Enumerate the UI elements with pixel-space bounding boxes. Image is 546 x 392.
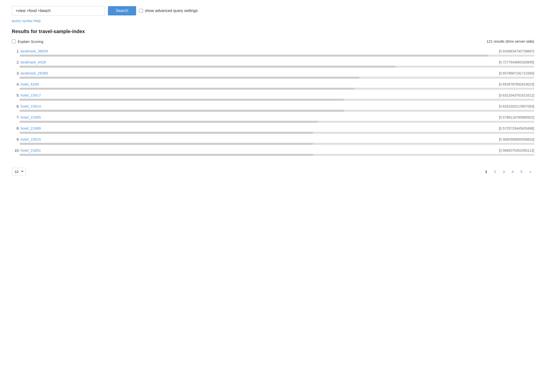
- per-page-select-container: 102550: [12, 168, 26, 175]
- page-button-4[interactable]: 4: [509, 168, 517, 175]
- result-number: 8.: [12, 126, 20, 130]
- result-left: 2. landmark_4428: [12, 60, 46, 64]
- result-bar: [20, 110, 344, 112]
- result-link[interactable]: hotel_21851: [21, 148, 41, 152]
- result-link[interactable]: hotel_21889: [21, 126, 41, 130]
- query-syntax-link[interactable]: query syntax help: [12, 19, 41, 23]
- result-score: [0.6536787892616023]: [499, 82, 534, 86]
- result-score: [0.5686375452050113]: [499, 148, 534, 152]
- result-score: [0.6261020113957063]: [499, 104, 534, 108]
- result-bar: [20, 88, 354, 90]
- result-number: 1.: [12, 49, 20, 53]
- result-row: 7. hotel_21855 [0.5786118785685502]: [12, 114, 534, 121]
- result-item: 7. hotel_21855 [0.5786118785685502]: [12, 114, 534, 123]
- results-server-side: (6ms server-side): [506, 39, 534, 43]
- result-left: 6. hotel_15914: [12, 104, 41, 108]
- result-score: [0.5786118785685502]: [499, 115, 534, 119]
- result-link[interactable]: hotel_6169: [21, 82, 39, 86]
- result-bar-container: [20, 121, 534, 123]
- result-link[interactable]: hotel_15914: [21, 104, 41, 108]
- result-bar: [20, 55, 488, 57]
- result-bar: [20, 143, 313, 145]
- result-score: [0.7277944860320695]: [499, 60, 534, 64]
- results-title: Results for travel-sample-index: [12, 29, 534, 34]
- result-bar-container: [20, 132, 534, 134]
- result-left: 8. hotel_21889: [12, 126, 41, 130]
- result-left: 7. hotel_21855: [12, 115, 41, 119]
- result-row: 2. landmark_4428 [0.7277944860320695]: [12, 59, 534, 66]
- result-link[interactable]: landmark_4428: [21, 60, 46, 64]
- result-left: 1. landmark_38035: [12, 49, 48, 53]
- result-link[interactable]: hotel_21855: [21, 115, 41, 119]
- advanced-settings-checkbox[interactable]: [139, 9, 143, 13]
- result-bar-container: [20, 99, 534, 101]
- explain-scoring-checkbox[interactable]: [12, 39, 16, 43]
- page-button-1: 1: [482, 168, 490, 175]
- result-left: 10. hotel_21851: [12, 148, 41, 152]
- result-score: [0.5725733445835496]: [499, 126, 534, 130]
- result-row: 4. hotel_6169 [0.6536787892616023]: [12, 81, 534, 88]
- result-link[interactable]: hotel_15915: [21, 137, 41, 141]
- result-link[interactable]: hotel_15917: [21, 93, 41, 97]
- result-left: 3. landmark_26385: [12, 71, 48, 75]
- explain-scoring-label: Explain Scoring: [12, 39, 43, 44]
- result-score: [0.9106834740738667]: [499, 49, 534, 53]
- result-number: 3.: [12, 71, 20, 75]
- result-bar-container: [20, 66, 534, 68]
- result-link[interactable]: landmark_38035: [21, 49, 48, 53]
- result-number: 6.: [12, 104, 20, 108]
- result-bar: [20, 132, 313, 134]
- explain-scoring-text: Explain Scoring: [18, 39, 43, 44]
- result-row: 9. hotel_15915 [0.5690308565059824]: [12, 136, 534, 143]
- pagination: 12345»: [482, 168, 534, 175]
- result-item: 4. hotel_6169 [0.6536787892616023]: [12, 81, 534, 90]
- result-score: [0.5690308565059824]: [499, 137, 534, 141]
- result-item: 3. landmark_26385 [0.6578687191713393]: [12, 70, 534, 79]
- result-number: 5.: [12, 93, 20, 97]
- result-left: 5. hotel_15917: [12, 93, 41, 97]
- result-row: 6. hotel_15914 [0.6261020113957063]: [12, 103, 534, 110]
- page-button-3[interactable]: 3: [500, 168, 508, 175]
- result-item: 5. hotel_15917 [0.6312043781613312]: [12, 92, 534, 101]
- result-link[interactable]: landmark_26385: [21, 71, 48, 75]
- results-header: Explain Scoring 121 results (6ms server-…: [12, 39, 534, 44]
- result-bar: [20, 121, 318, 123]
- result-bar-container: [20, 110, 534, 112]
- advanced-settings-text: show advanced query settings: [145, 9, 198, 13]
- result-bar-container: [20, 143, 534, 145]
- result-row: 5. hotel_15917 [0.6312043781613312]: [12, 92, 534, 99]
- result-bar-container: [20, 154, 534, 156]
- page-button-2[interactable]: 2: [491, 168, 499, 175]
- page-button-5[interactable]: 5: [518, 168, 525, 175]
- result-bar: [20, 99, 344, 101]
- search-bar: Search show advanced query settings: [12, 6, 534, 16]
- result-row: 8. hotel_21889 [0.5725733445835496]: [12, 125, 534, 132]
- result-item: 8. hotel_21889 [0.5725733445835496]: [12, 125, 534, 134]
- result-row: 1. landmark_38035 [0.9106834740738667]: [12, 48, 534, 55]
- result-number: 10.: [12, 148, 20, 152]
- result-score: [0.6312043781613312]: [499, 93, 534, 97]
- result-item: 10. hotel_21851 [0.5686375452050113]: [12, 147, 534, 156]
- result-bar-container: [20, 88, 534, 90]
- advanced-settings-label: show advanced query settings: [139, 9, 198, 13]
- results-list: 1. landmark_38035 [0.9106834740738667] 2…: [12, 48, 534, 156]
- result-score: [0.6578687191713393]: [499, 71, 534, 75]
- result-item: 9. hotel_15915 [0.5690308565059824]: [12, 136, 534, 145]
- result-item: 1. landmark_38035 [0.9106834740738667]: [12, 48, 534, 57]
- result-bar: [20, 77, 359, 79]
- result-row: 10. hotel_21851 [0.5686375452050113]: [12, 147, 534, 154]
- result-item: 2. landmark_4428 [0.7277944860320695]: [12, 59, 534, 68]
- per-page-select[interactable]: 102550: [12, 168, 26, 175]
- results-count: 121 results: [486, 39, 504, 43]
- search-input[interactable]: [12, 6, 105, 16]
- next-page-button[interactable]: »: [526, 168, 534, 175]
- result-bar-container: [20, 55, 534, 57]
- results-count-container: 121 results (6ms server-side): [486, 39, 534, 44]
- search-button[interactable]: Search: [108, 6, 136, 15]
- result-bar-container: [20, 77, 534, 79]
- result-left: 9. hotel_15915: [12, 137, 41, 141]
- result-bar: [20, 66, 395, 68]
- result-left: 4. hotel_6169: [12, 82, 39, 86]
- result-bar: [20, 154, 313, 156]
- pagination-footer: 102550 12345»: [12, 164, 534, 175]
